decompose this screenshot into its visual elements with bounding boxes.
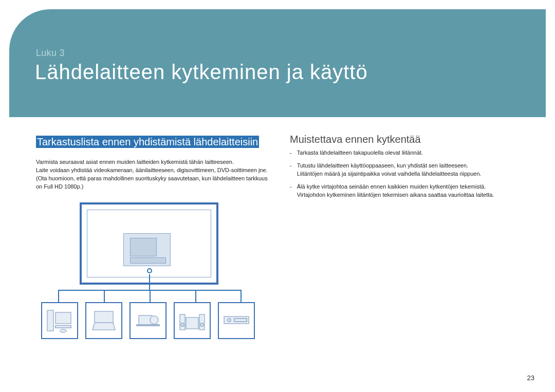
tv-connector-panel-icon — [123, 233, 171, 266]
right-bullet-list: -Tarkasta lähdelaitteen takapuolella ole… — [290, 148, 524, 199]
list-item: -Tutustu lähdelaitteen käyttöoppaaseen, … — [290, 161, 524, 178]
device-laptop-icon — [85, 302, 122, 339]
tv-port-node — [147, 268, 152, 273]
svg-rect-9 — [180, 314, 185, 330]
left-intro-paragraph: Varmista seuraavat asiat ennen muiden la… — [36, 158, 270, 191]
svg-rect-0 — [47, 310, 53, 331]
svg-rect-4 — [95, 311, 113, 323]
cable-drop — [58, 290, 59, 302]
cable-drop — [150, 290, 151, 302]
svg-rect-10 — [199, 314, 205, 330]
device-camcorder-icon — [130, 302, 166, 339]
list-item: -Tarkasta lähdelaitteen takapuolella ole… — [290, 148, 524, 157]
right-section-heading: Muistettava ennen kytkentää — [290, 134, 524, 145]
chapter-label: Luku 3 — [36, 48, 65, 59]
cable-drop — [195, 290, 196, 302]
cable-drop — [104, 290, 105, 302]
left-section-heading: Tarkastuslista ennen yhdistämistä lähdel… — [36, 134, 270, 150]
svg-rect-11 — [186, 318, 198, 329]
chapter-banner: Luku 3 Lähdelaitteen kytkeminen ja käytt… — [9, 9, 546, 117]
device-stereo-icon — [174, 302, 211, 339]
page-number: 23 — [527, 374, 534, 382]
device-dvd-player-icon — [218, 302, 255, 339]
svg-rect-2 — [55, 326, 71, 328]
svg-rect-8 — [137, 325, 159, 326]
svg-rect-1 — [55, 312, 71, 324]
connection-diagram — [36, 202, 262, 347]
svg-point-3 — [60, 329, 66, 332]
device-desktop-pc-icon — [41, 302, 78, 339]
cable-drop — [240, 290, 242, 302]
cable-trunk — [149, 274, 150, 290]
list-item: -Älä kytke virtajohtoa seinään ennen kai… — [290, 182, 524, 199]
svg-point-7 — [150, 316, 158, 324]
svg-marker-5 — [92, 323, 115, 330]
page-title: Lähdelaitteen kytkeminen ja käyttö — [35, 61, 368, 84]
